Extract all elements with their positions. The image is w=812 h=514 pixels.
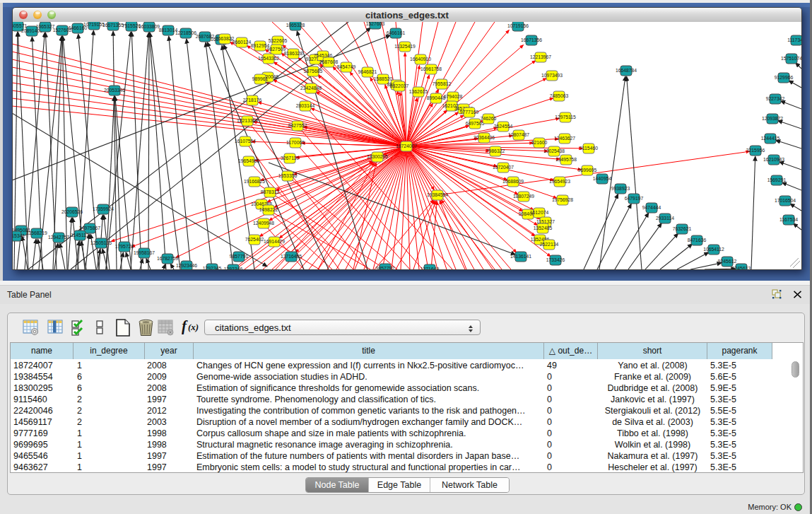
svg-text:(x): (x) [188,322,199,332]
svg-text:9699695: 9699695 [578,168,597,173]
svg-text:1588520: 1588520 [374,76,393,81]
svg-text:19958167: 19958167 [134,250,155,255]
svg-text:1167534: 1167534 [779,217,798,222]
svg-text:2933114: 2933114 [656,216,674,221]
svg-text:6479197: 6479197 [625,196,644,201]
svg-text:7632621: 7632621 [673,226,692,231]
svg-text:9938923: 9938923 [611,186,630,191]
svg-text:10025438: 10025438 [543,148,565,153]
svg-text:10719155: 10719155 [83,22,105,27]
svg-text:6466161: 6466161 [387,30,406,35]
svg-text:12213369: 12213369 [237,118,258,123]
svg-text:16210943: 16210943 [763,157,784,162]
svg-text:8322037: 8322037 [390,83,409,88]
svg-text:16107554: 16107554 [235,139,256,144]
svg-text:1569291: 1569291 [767,177,787,182]
svg-text:989961: 989961 [252,76,269,81]
svg-text:1292345: 1292345 [203,266,222,269]
svg-text:1733426: 1733426 [546,257,565,262]
svg-text:16648784: 16648784 [616,68,637,73]
svg-text:621600: 621600 [531,140,548,145]
svg-text:16914479: 16914479 [264,239,285,244]
svg-text:17359924: 17359924 [93,206,114,211]
svg-text:9827509: 9827509 [267,47,286,52]
svg-text:20206526: 20206526 [61,209,83,214]
svg-text:9857792: 9857792 [376,266,395,269]
svg-text:8186328: 8186328 [284,51,303,56]
svg-text:5322605: 5322605 [269,38,288,43]
svg-text:8660124: 8660124 [233,40,252,45]
svg-text:12218506: 12218506 [175,30,196,35]
svg-text:10688609: 10688609 [502,179,524,184]
svg-text:19384554: 19384554 [427,192,448,197]
svg-text:7986322: 7986322 [486,148,505,153]
svg-text:2718176: 2718176 [243,98,262,103]
svg-text:1795728: 1795728 [115,244,134,249]
svg-text:12942757: 12942757 [48,235,69,240]
svg-text:16671355: 16671355 [102,23,124,28]
svg-text:19166825: 19166825 [244,179,265,184]
svg-text:12213967: 12213967 [530,54,551,59]
svg-text:6794028: 6794028 [444,94,463,99]
svg-text:8427552: 8427552 [288,123,307,128]
svg-text:10807487: 10807487 [508,132,529,137]
svg-text:9245612: 9245612 [718,259,737,264]
svg-text:1145113: 1145113 [71,233,89,238]
svg-text:16543362: 16543362 [258,56,279,61]
svg-text:13716485: 13716485 [281,254,302,259]
svg-text:19654923: 19654923 [549,179,570,184]
svg-text:12463627: 12463627 [554,136,575,141]
svg-text:3267110: 3267110 [281,156,299,160]
svg-text:17016504: 17016504 [775,198,796,203]
svg-text:9227342: 9227342 [766,96,785,101]
svg-text:8454749: 8454749 [337,64,356,69]
svg-text:11325419: 11325419 [394,44,416,49]
svg-text:16782759: 16782759 [157,256,178,261]
svg-text:6497505: 6497505 [466,121,485,126]
svg-text:9129966: 9129966 [775,75,794,80]
svg-text:7955812: 7955812 [433,81,452,86]
svg-text:16961758: 16961758 [420,66,442,71]
svg-text:18300295: 18300295 [367,154,388,159]
svg-text:3624554: 3624554 [494,124,513,129]
svg-text:18724007: 18724007 [396,144,417,148]
svg-text:1405571: 1405571 [13,23,27,28]
svg-text:15751074: 15751074 [781,56,801,61]
svg-text:1371649: 1371649 [420,267,440,269]
svg-text:1244415: 1244415 [761,136,780,141]
svg-text:746266: 746266 [481,116,497,121]
svg-text:1440954: 1440954 [593,176,612,181]
svg-text:1292346: 1292346 [224,267,243,269]
svg-text:9245613: 9245613 [732,266,751,269]
svg-text:9857791: 9857791 [230,254,249,259]
svg-text:10973493: 10973493 [541,73,563,78]
svg-text:11568219: 11568219 [26,230,47,235]
svg-text:7485063: 7485063 [550,93,569,98]
svg-text:3915341: 3915341 [13,233,25,238]
svg-text:20053346: 20053346 [104,88,125,93]
svg-text:9474444: 9474444 [642,205,661,210]
svg-text:7625402: 7625402 [245,237,264,242]
svg-text:9115460: 9115460 [579,146,598,151]
svg-text:1065327: 1065327 [36,24,55,29]
svg-text:9777169: 9777169 [460,110,479,115]
svg-text:3215956: 3215956 [746,148,765,153]
svg-text:14136141: 14136141 [510,254,531,259]
svg-text:15720407: 15720407 [493,165,514,170]
svg-text:12923446: 12923446 [176,263,197,268]
svg-text:19756928: 19756928 [552,197,573,202]
svg-text:1612074: 1612074 [530,210,549,215]
svg-text:13495758: 13495758 [555,157,577,162]
svg-text:19654963: 19654963 [238,158,259,163]
svg-text:8471636: 8471636 [688,238,707,243]
svg-text:1352485: 1352485 [534,226,553,230]
svg-text:9646821: 9646821 [358,69,377,74]
svg-text:1362615: 1362615 [409,89,428,94]
svg-text:10654112: 10654112 [703,247,724,252]
svg-text:12409948: 12409948 [253,221,274,226]
svg-text:1498222: 1498222 [259,207,278,212]
svg-text:16640910: 16640910 [410,57,431,62]
svg-text:16671356: 16671356 [521,37,542,42]
svg-text:1065328: 1065328 [286,23,305,28]
svg-text:12505135: 12505135 [90,240,112,245]
